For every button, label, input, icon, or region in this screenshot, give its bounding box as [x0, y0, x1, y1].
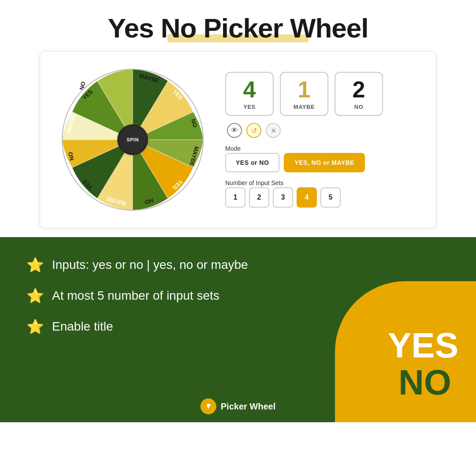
sets-label: Number of Input Sets [225, 179, 418, 186]
bottom-section: ⭐ Inputs: yes or no | yes, no or maybe ⭐… [0, 237, 476, 422]
maybe-score-box: 1 MAYBE [280, 72, 328, 116]
set-btn-4[interactable]: 4 [297, 187, 317, 208]
star-icon-3: ⭐ [26, 318, 44, 335]
icon-row: 👁 ↺ ✕ [227, 123, 418, 138]
set-btn-1[interactable]: 1 [225, 187, 245, 208]
right-panel: 4 YES 1 MAYBE 2 NO 👁 ↺ ✕ Mod [225, 72, 418, 208]
star-icon-1: ⭐ [26, 257, 44, 273]
feature-text-3: Enable title [52, 320, 113, 334]
svg-point-28 [209, 404, 211, 406]
top-section: Yes No Picker Wheel [0, 0, 476, 237]
feature-text-2: At most 5 number of input sets [52, 289, 219, 303]
close-icon-button[interactable]: ✕ [266, 123, 281, 138]
set-btn-2[interactable]: 2 [249, 187, 269, 208]
no-score-label: NO [354, 104, 364, 110]
reload-icon-button[interactable]: ↺ [246, 123, 261, 138]
logo-text: Picker Wheel [221, 402, 276, 412]
no-score-value: 2 [353, 78, 365, 101]
star-icon-2: ⭐ [26, 287, 44, 304]
svg-text:NO: NO [78, 81, 87, 91]
no-big-text: NO [388, 365, 458, 400]
feature-text-1: Inputs: yes or no | yes, no or maybe [52, 258, 248, 272]
maybe-score-label: MAYBE [294, 104, 315, 110]
mode-label: Mode [225, 145, 418, 152]
mode-yes-no-maybe-button[interactable]: YES, NO or MAYBE [284, 153, 365, 172]
feature-item-1: ⭐ Inputs: yes or no | yes, no or maybe [26, 257, 450, 273]
yes-score-label: YES [243, 104, 256, 110]
logo-svg [203, 401, 214, 412]
yes-big-text: YES [388, 328, 458, 363]
set-btn-3[interactable]: 3 [273, 187, 293, 208]
mode-yes-no-button[interactable]: YES or NO [225, 153, 279, 172]
page-title: Yes No Picker Wheel [18, 13, 458, 43]
sets-buttons: 1 2 3 4 5 [225, 187, 418, 208]
app-card: NO MAYBE YES NO MAYBE YES NO MAYBE YES N… [40, 51, 436, 228]
title-wrapper: Yes No Picker Wheel [18, 13, 458, 43]
yes-score-value: 4 [243, 78, 256, 101]
mode-buttons: YES or NO YES, NO or MAYBE [225, 153, 418, 172]
eye-icon-button[interactable]: 👁 [227, 123, 242, 138]
spin-button[interactable]: SPIN [119, 126, 146, 153]
set-btn-5[interactable]: 5 [320, 187, 341, 208]
yes-no-big: YES NO [388, 328, 458, 400]
maybe-score-value: 1 [298, 78, 311, 101]
wheel-container: NO MAYBE YES NO MAYBE YES NO MAYBE YES N… [58, 65, 208, 215]
score-row: 4 YES 1 MAYBE 2 NO [225, 72, 418, 116]
logo-icon [201, 398, 216, 414]
sets-section: Number of Input Sets 1 2 3 4 5 [225, 179, 418, 208]
footer-logo: Picker Wheel [201, 398, 276, 414]
no-score-box: 2 NO [335, 72, 383, 116]
yes-score-box: 4 YES [225, 72, 274, 116]
mode-section: Mode YES or NO YES, NO or MAYBE [225, 145, 418, 172]
